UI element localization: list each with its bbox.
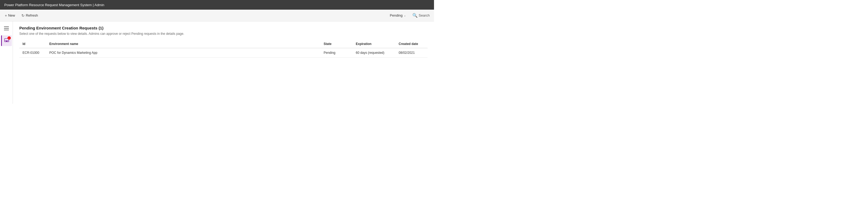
cell-created-date: 08/02/2021 — [396, 48, 428, 58]
nav-badge: 1 — [7, 36, 11, 40]
sidebar-nav-requests[interactable]: 1 — [1, 35, 12, 46]
hamburger-line-2 — [4, 28, 9, 29]
table-header-row: Id Environment name State Expiration Cre… — [19, 40, 428, 48]
toolbar-left: + New ↻ Refresh — [2, 12, 388, 19]
hamburger-button[interactable] — [1, 24, 12, 33]
search-label: Search — [419, 13, 430, 18]
cell-state: Pending — [320, 48, 352, 58]
table-header: Id Environment name State Expiration Cre… — [19, 40, 428, 48]
column-header-id: Id — [19, 40, 46, 48]
plus-icon: + — [5, 13, 7, 18]
main-content: 1 Pending Environment Creation Requests … — [0, 22, 434, 104]
table-row[interactable]: ECR-01000POC for Dynamics Marketing AppP… — [19, 48, 428, 58]
table-body: ECR-01000POC for Dynamics Marketing AppP… — [19, 48, 428, 58]
cell-environment-name: POC for Dynamics Marketing App — [46, 48, 320, 58]
app-title: Power Platform Resource Request Manageme… — [4, 3, 104, 7]
new-button[interactable]: + New — [2, 12, 18, 19]
toolbar: + New ↻ Refresh Pending ⌄ 🔍 Search — [0, 10, 434, 22]
sidebar: 1 — [0, 22, 13, 104]
column-header-expiration: Expiration — [352, 40, 396, 48]
hamburger-line-3 — [4, 30, 9, 30]
chevron-down-icon: ⌄ — [404, 14, 406, 17]
refresh-button-label: Refresh — [26, 13, 38, 18]
search-container[interactable]: 🔍 Search — [410, 12, 432, 19]
cell-expiration: 60 days (requested) — [352, 48, 396, 58]
refresh-icon: ↻ — [22, 13, 25, 18]
page-subtitle: Select one of the requests below to view… — [19, 32, 428, 36]
header-bar: Power Platform Resource Request Manageme… — [0, 0, 434, 10]
hamburger-line-1 — [4, 27, 9, 27]
requests-table: Id Environment name State Expiration Cre… — [19, 40, 428, 58]
toolbar-right: Pending ⌄ 🔍 Search — [388, 12, 432, 19]
svg-rect-2 — [6, 41, 7, 41]
column-header-state: State — [320, 40, 352, 48]
page-title: Pending Environment Creation Requests (1… — [19, 26, 428, 30]
filter-dropdown[interactable]: Pending ⌄ — [388, 12, 408, 19]
search-icon: 🔍 — [412, 13, 418, 18]
column-header-name: Environment name — [46, 40, 320, 48]
filter-value: Pending — [390, 13, 403, 18]
cell-id: ECR-01000 — [19, 48, 46, 58]
content-area: Pending Environment Creation Requests (1… — [13, 22, 434, 104]
column-header-created-date: Created date — [396, 40, 428, 48]
refresh-button[interactable]: ↻ Refresh — [19, 12, 41, 19]
new-button-label: New — [8, 13, 15, 18]
